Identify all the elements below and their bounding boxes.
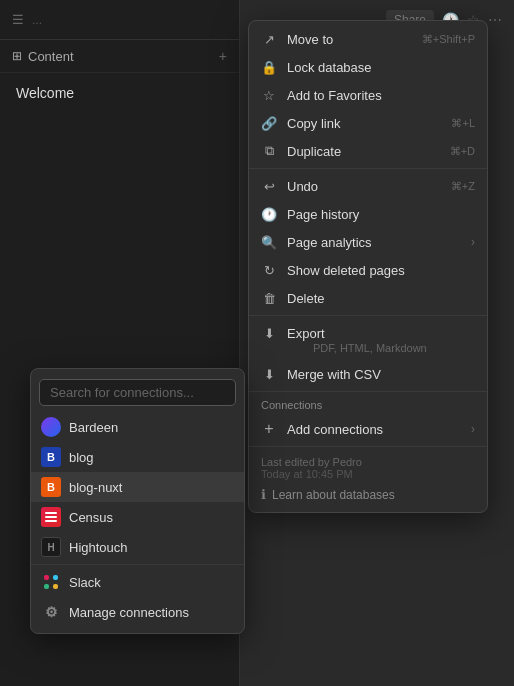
page-title-text: Welcome xyxy=(16,85,74,101)
duplicate-shortcut: ⌘+D xyxy=(450,145,475,158)
context-menu: ↗ Move to ⌘+Shift+P 🔒 Lock database ☆ Ad… xyxy=(248,20,488,513)
svg-rect-1 xyxy=(53,575,58,580)
conn-item-census[interactable]: Census xyxy=(31,502,244,532)
info-circle-icon: ℹ xyxy=(261,487,266,502)
connections-popup: Bardeen B blog B blog-nuxt Census H High… xyxy=(30,368,245,634)
duplicate-label: Duplicate xyxy=(287,144,341,159)
restore-icon: ↻ xyxy=(261,262,277,278)
manage-connections-label: Manage connections xyxy=(69,605,189,620)
export-icon: ⬇ xyxy=(261,325,277,341)
menu-item-show-deleted[interactable]: ↻ Show deleted pages xyxy=(249,256,487,284)
menu-item-delete[interactable]: 🗑 Delete xyxy=(249,284,487,312)
export-sub-label: PDF, HTML, Markdown xyxy=(313,342,427,354)
star-outline-icon: ☆ xyxy=(261,87,277,103)
menu-item-move-to[interactable]: ↗ Move to ⌘+Shift+P xyxy=(249,25,487,53)
gear-settings-icon: ⚙ xyxy=(41,602,61,622)
undo-icon: ↩ xyxy=(261,178,277,194)
last-edited-label: Last edited by Pedro xyxy=(261,456,475,468)
blog-icon: B xyxy=(41,447,61,467)
conn-item-manage-connections[interactable]: ⚙ Manage connections xyxy=(31,597,244,627)
analytics-arrow-icon: › xyxy=(471,235,475,249)
last-edited-time: Today at 10:45 PM xyxy=(261,468,475,480)
conn-item-blog[interactable]: B blog xyxy=(31,442,244,472)
grid-icon: ⊞ xyxy=(12,49,22,63)
learn-databases-label: Learn about databases xyxy=(272,488,395,502)
conn-item-slack[interactable]: Slack xyxy=(31,567,244,597)
connections-label-text: Connections xyxy=(261,399,322,411)
copy-link-label: Copy link xyxy=(287,116,340,131)
menu-item-merge-csv[interactable]: ⬇ Merge with CSV xyxy=(249,360,487,388)
divider-3 xyxy=(249,391,487,392)
svg-rect-0 xyxy=(44,575,49,580)
slack-icon xyxy=(41,572,61,592)
learn-databases-link[interactable]: ℹ Learn about databases xyxy=(249,482,487,508)
menu-item-add-connections[interactable]: + Add connections › xyxy=(249,415,487,443)
divider-2 xyxy=(249,315,487,316)
divider-1 xyxy=(249,168,487,169)
hightouch-icon: H xyxy=(41,537,61,557)
add-button[interactable]: + xyxy=(219,48,227,64)
add-connections-label: Add connections xyxy=(287,422,383,437)
hightouch-label: Hightouch xyxy=(69,540,128,555)
divider-4 xyxy=(249,446,487,447)
bardeen-label: Bardeen xyxy=(69,420,118,435)
svg-rect-2 xyxy=(44,584,49,589)
favorites-label: Add to Favorites xyxy=(287,88,382,103)
blog-label: blog xyxy=(69,450,94,465)
top-header: ☰ ... xyxy=(0,0,239,40)
menu-item-export[interactable]: ⬇ Export PDF, HTML, Markdown xyxy=(249,319,487,360)
analytics-label: Page analytics xyxy=(287,235,372,250)
menu-item-add-favorites[interactable]: ☆ Add to Favorites xyxy=(249,81,487,109)
menu-icon: ☰ xyxy=(12,12,24,27)
arrow-right-icon: ↗ xyxy=(261,31,277,47)
lock-label: Lock database xyxy=(287,60,372,75)
search-input[interactable] xyxy=(39,379,236,406)
show-deleted-label: Show deleted pages xyxy=(287,263,405,278)
menu-item-page-history[interactable]: 🕐 Page history xyxy=(249,200,487,228)
merge-icon: ⬇ xyxy=(261,366,277,382)
undo-label: Undo xyxy=(287,179,318,194)
delete-label: Delete xyxy=(287,291,325,306)
move-to-label: Move to xyxy=(287,32,333,47)
bardeen-icon xyxy=(41,417,61,437)
plus-icon: + xyxy=(261,421,277,437)
blog-nuxt-label: blog-nuxt xyxy=(69,480,122,495)
svg-rect-3 xyxy=(53,584,58,589)
conn-item-hightouch[interactable]: H Hightouch xyxy=(31,532,244,562)
census-icon xyxy=(41,507,61,527)
merge-csv-label: Merge with CSV xyxy=(287,367,381,382)
copy-link-shortcut: ⌘+L xyxy=(451,117,475,130)
link-icon: 🔗 xyxy=(261,115,277,131)
menu-item-duplicate[interactable]: ⧉ Duplicate ⌘+D xyxy=(249,137,487,165)
last-edited-info: Last edited by Pedro Today at 10:45 PM xyxy=(249,450,487,482)
history-label: Page history xyxy=(287,207,359,222)
popup-divider xyxy=(31,564,244,565)
census-label: Census xyxy=(69,510,113,525)
more-icon[interactable]: ⋯ xyxy=(488,12,502,28)
lock-icon: 🔒 xyxy=(261,59,277,75)
menu-item-page-analytics[interactable]: 🔍 Page analytics › xyxy=(249,228,487,256)
menu-item-copy-link[interactable]: 🔗 Copy link ⌘+L xyxy=(249,109,487,137)
menu-item-lock-database[interactable]: 🔒 Lock database xyxy=(249,53,487,81)
content-title: ⊞ Content xyxy=(12,49,74,64)
blog-nuxt-icon: B xyxy=(41,477,61,497)
header-label: ... xyxy=(32,13,42,27)
export-label: Export xyxy=(287,326,325,341)
conn-item-blog-nuxt[interactable]: B blog-nuxt xyxy=(31,472,244,502)
copy-icon: ⧉ xyxy=(261,143,277,159)
add-connections-arrow-icon: › xyxy=(471,422,475,436)
trash-icon: 🗑 xyxy=(261,290,277,306)
move-to-shortcut: ⌘+Shift+P xyxy=(422,33,475,46)
menu-item-undo[interactable]: ↩ Undo ⌘+Z xyxy=(249,172,487,200)
slack-label: Slack xyxy=(69,575,101,590)
history-icon: 🕐 xyxy=(261,206,277,222)
content-label: Content xyxy=(28,49,74,64)
analytics-icon: 🔍 xyxy=(261,234,277,250)
undo-shortcut: ⌘+Z xyxy=(451,180,475,193)
content-header: ⊞ Content + xyxy=(0,40,239,73)
conn-item-bardeen[interactable]: Bardeen xyxy=(31,412,244,442)
page-title: Welcome xyxy=(0,73,239,113)
connections-section-label: Connections xyxy=(249,395,487,415)
